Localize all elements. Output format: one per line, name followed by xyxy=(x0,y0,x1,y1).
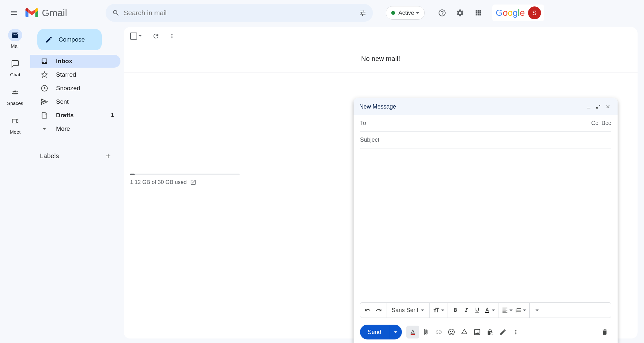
text-color-icon xyxy=(484,307,490,313)
cc-button[interactable]: Cc xyxy=(591,120,598,127)
apps-button[interactable] xyxy=(470,5,486,21)
status-chip[interactable]: Active xyxy=(386,6,425,20)
close-icon xyxy=(605,104,611,109)
account-avatar[interactable]: S xyxy=(528,6,541,19)
select-all-checkbox[interactable] xyxy=(130,33,142,40)
storage-progress-bar xyxy=(130,174,240,175)
redo-button[interactable] xyxy=(373,305,384,316)
text-format-icon xyxy=(409,329,416,336)
subject-input[interactable] xyxy=(360,137,611,143)
italic-button[interactable] xyxy=(461,305,472,316)
to-label[interactable]: To xyxy=(360,120,366,127)
more-formatting-button[interactable] xyxy=(532,305,543,316)
search-input[interactable] xyxy=(124,9,355,17)
pencil-icon xyxy=(45,36,53,43)
attach-file-button[interactable] xyxy=(419,326,432,338)
status-label: Active xyxy=(398,10,414,16)
underline-button[interactable] xyxy=(472,305,483,316)
search-options-button[interactable] xyxy=(355,5,370,21)
nav-item-drafts[interactable]: Drafts 1 xyxy=(30,109,120,122)
more-options-button[interactable] xyxy=(509,326,522,338)
plus-icon xyxy=(105,152,112,159)
search-bar xyxy=(106,4,373,22)
nav-item-label: Inbox xyxy=(56,58,114,65)
compose-label: Compose xyxy=(59,36,85,43)
google-account-area: Google S xyxy=(492,5,544,21)
app-name: Gmail xyxy=(42,7,67,18)
compose-header[interactable]: New Message xyxy=(354,98,618,115)
hamburger-icon xyxy=(10,9,18,17)
fullscreen-button[interactable] xyxy=(594,103,602,110)
undo-icon xyxy=(365,307,371,313)
chevron-down-icon xyxy=(492,310,495,311)
nav-item-more[interactable]: More xyxy=(30,122,120,135)
rail-item-chat[interactable]: Chat xyxy=(8,58,22,77)
align-button[interactable] xyxy=(500,305,514,316)
rail-item-meet[interactable]: Meet xyxy=(8,115,22,135)
open-in-new-icon[interactable] xyxy=(190,179,196,186)
svg-point-3 xyxy=(452,331,453,332)
formatting-toggle-button[interactable] xyxy=(406,326,419,338)
labels-heading: Labels xyxy=(40,152,59,160)
rail-item-label: Chat xyxy=(10,72,20,77)
insert-image-button[interactable] xyxy=(471,326,484,338)
italic-icon xyxy=(463,307,469,313)
confidential-mode-button[interactable] xyxy=(484,326,497,338)
underline-icon xyxy=(474,307,480,313)
nav-item-label: Starred xyxy=(56,71,114,78)
signature-button[interactable] xyxy=(497,326,509,338)
main-menu-button[interactable] xyxy=(6,5,22,21)
insert-emoji-button[interactable] xyxy=(445,326,458,338)
checkbox-icon xyxy=(130,33,137,40)
settings-button[interactable] xyxy=(452,5,468,21)
send-button[interactable]: Send xyxy=(360,325,389,339)
search-button[interactable] xyxy=(108,5,124,21)
text-color-button[interactable] xyxy=(483,305,496,316)
nav-item-label: More xyxy=(56,125,114,132)
insert-drive-button[interactable] xyxy=(458,326,471,338)
support-button[interactable] xyxy=(434,5,450,21)
tune-icon xyxy=(359,9,366,17)
close-button[interactable] xyxy=(604,103,612,110)
compose-button[interactable]: Compose xyxy=(37,29,102,50)
send-options-button[interactable] xyxy=(389,325,402,339)
bold-button[interactable] xyxy=(450,305,461,316)
storage-text: 1.12 GB of 30 GB used xyxy=(130,179,187,186)
add-label-button[interactable] xyxy=(102,150,114,162)
more-actions-button[interactable] xyxy=(166,30,178,43)
rail-item-mail[interactable]: Mail xyxy=(8,29,22,49)
nav-item-sent[interactable]: Sent xyxy=(30,95,120,108)
text-size-icon xyxy=(433,307,440,314)
nav-item-inbox[interactable]: Inbox xyxy=(30,55,120,68)
nav-item-starred[interactable]: Starred xyxy=(30,68,120,81)
svg-point-2 xyxy=(450,331,451,332)
font-size-button[interactable] xyxy=(431,305,446,316)
minimize-button[interactable] xyxy=(585,103,592,110)
refresh-button[interactable] xyxy=(149,30,162,43)
bold-icon xyxy=(452,307,459,313)
font-family-select[interactable]: Sans Serif xyxy=(388,307,427,314)
bcc-button[interactable]: Bcc xyxy=(601,120,611,127)
rail-item-spaces[interactable]: Spaces xyxy=(7,86,23,106)
svg-rect-1 xyxy=(411,334,415,335)
discard-draft-button[interactable] xyxy=(598,326,611,338)
chevron-down-icon xyxy=(421,310,424,311)
apps-grid-icon xyxy=(474,9,482,17)
drive-icon xyxy=(461,329,468,336)
chevron-down-icon xyxy=(441,310,444,311)
rail-item-label: Mail xyxy=(11,43,20,49)
meet-icon xyxy=(11,117,19,125)
nav-item-snoozed[interactable]: Snoozed xyxy=(30,82,120,95)
chevron-down-icon xyxy=(394,331,397,333)
lock-clock-icon xyxy=(487,329,494,336)
list-button[interactable] xyxy=(514,305,527,316)
message-body-editor[interactable] xyxy=(360,153,611,298)
gmail-logo[interactable]: Gmail xyxy=(25,7,67,18)
send-icon xyxy=(41,98,48,105)
insert-link-button[interactable] xyxy=(432,326,445,338)
nav-item-label: Drafts xyxy=(56,112,111,119)
undo-button[interactable] xyxy=(362,305,373,316)
more-vert-icon xyxy=(168,33,175,40)
svg-rect-0 xyxy=(485,312,489,313)
svg-point-4 xyxy=(491,333,493,335)
